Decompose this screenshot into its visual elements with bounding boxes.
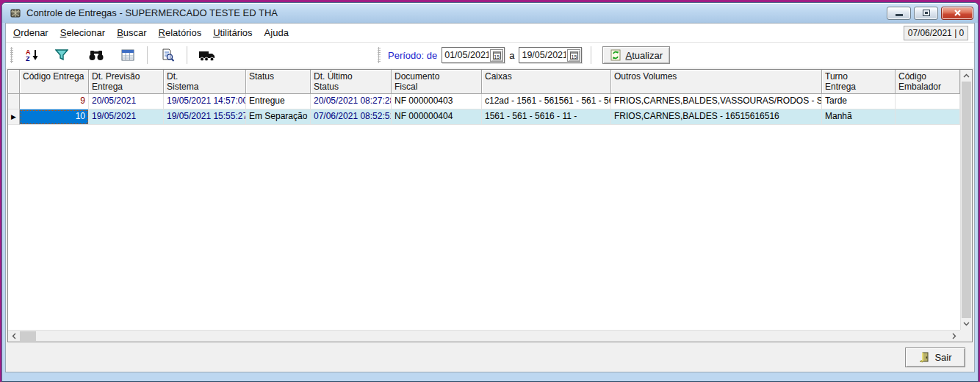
cell-sys[interactable]: 19/05/2021 14:57:00 [164, 94, 246, 109]
period-to-input[interactable] [520, 50, 567, 60]
period-to-field: 15 [519, 47, 582, 63]
deliveries-button[interactable] [196, 46, 218, 65]
close-icon [954, 9, 962, 17]
horizontal-scroll-thumb[interactable] [20, 331, 36, 341]
menu-item-ordenar[interactable]: Ordenar [7, 24, 54, 41]
menu-item-ajuda[interactable]: Ajuda [259, 24, 295, 41]
report-preview-icon [161, 48, 175, 62]
table-row[interactable]: ▶1019/05/202119/05/2021 15:55:27Em Separ… [8, 109, 960, 125]
period-label: Período: de [388, 50, 437, 61]
period-to-calendar-button[interactable]: 15 [567, 49, 580, 62]
cell-code[interactable]: 9 [20, 94, 89, 109]
report-preview-button[interactable] [156, 46, 179, 65]
filter-button[interactable] [51, 46, 73, 65]
cell-outros[interactable]: FRIOS,CARNES,BALDES,VASSOURAS/RODOS - SD… [611, 94, 822, 109]
period-between-label: a [509, 50, 514, 61]
cell-prev[interactable]: 19/05/2021 [89, 109, 164, 125]
door-icon [918, 351, 931, 364]
column-header-prev[interactable]: Dt. Previsão Entrega [89, 70, 164, 94]
grid-horizontal-scrollbar[interactable] [8, 330, 960, 342]
sort-az-icon: A Z [25, 48, 40, 62]
toolbar-gripper[interactable] [378, 47, 381, 63]
menu-item-buscar[interactable]: Buscar [111, 24, 152, 41]
menu-bar: OrdenarSelecionarBuscarRelatóriosUtilitá… [6, 24, 974, 43]
exit-button-label: Sair [934, 352, 951, 363]
columns-button[interactable] [117, 46, 139, 65]
cell-last[interactable]: 20/05/2021 08:27:28 [311, 94, 392, 109]
menu-item-utilitarios[interactable]: Utilitários [207, 24, 258, 41]
grid-header: Código EntregaDt. Previsão EntregaDt. Si… [8, 70, 960, 94]
grid-content: Código EntregaDt. Previsão EntregaDt. Si… [8, 70, 960, 330]
cell-turno[interactable]: Manhã [822, 109, 896, 125]
scroll-down-button[interactable] [961, 318, 972, 330]
window-title: Controle de Entregas - SUPERMERCADO TEST… [26, 7, 278, 18]
menu-item-relatorios[interactable]: Relatórios [153, 24, 208, 41]
find-button[interactable] [85, 46, 107, 65]
toolbar-gripper[interactable] [10, 47, 13, 63]
cell-turno[interactable]: Tarde [822, 94, 896, 109]
titlebar[interactable]: Controle de Entregas - SUPERMERCADO TEST… [2, 3, 978, 23]
cell-emb[interactable] [896, 109, 960, 125]
minimize-icon [896, 14, 903, 16]
cell-caixas[interactable]: 1561 - 561 - 5616 - 11 - [482, 109, 611, 125]
cell-status[interactable]: Entregue [246, 94, 311, 109]
client-area: OrdenarSelecionarBuscarRelatóriosUtilitá… [5, 23, 975, 372]
toolbar-separator [187, 46, 188, 64]
column-header-sys[interactable]: Dt. Sistema [164, 70, 246, 94]
cell-code[interactable]: 10 [20, 109, 89, 125]
scroll-up-button[interactable] [961, 70, 972, 82]
grid-vertical-scrollbar[interactable] [960, 70, 972, 330]
cell-caixas[interactable]: c12ad - 1561 - 561561 - 561 - 56156 - 1 [482, 94, 611, 109]
minimize-button[interactable] [887, 7, 911, 20]
calendar-icon: 15 [493, 51, 501, 60]
column-header-outros[interactable]: Outros Volumes [611, 70, 822, 94]
column-header-code[interactable]: Código Entrega [20, 70, 89, 94]
cell-doc[interactable]: NF 000000403 [392, 94, 482, 109]
cell-sys[interactable]: 19/05/2021 15:55:27 [164, 109, 246, 125]
sort-button[interactable]: A Z [21, 46, 43, 65]
scroll-right-button[interactable] [948, 331, 960, 342]
toolbar: A Z [6, 43, 974, 68]
period-from-input[interactable] [443, 50, 490, 60]
cell-status[interactable]: Em Separação [246, 109, 311, 125]
cell-emb[interactable] [896, 94, 960, 109]
refresh-button-label: Atualizar [625, 50, 663, 61]
maximize-button[interactable] [914, 7, 938, 20]
column-header-doc[interactable]: Documento Fiscal [392, 70, 482, 94]
column-header-emb[interactable]: Código Embalador [896, 70, 960, 94]
vertical-scroll-thumb[interactable] [962, 82, 971, 318]
row-indicator: ▶ [8, 109, 20, 125]
delivery-grid: Código EntregaDt. Previsão EntregaDt. Si… [7, 69, 973, 342]
scrollbar-corner [960, 330, 972, 342]
grid-icon [121, 49, 134, 61]
close-button[interactable] [941, 7, 973, 20]
column-header-turno[interactable]: Turno Entrega [822, 70, 896, 94]
filter-icon [55, 49, 68, 61]
toolbar-separator [147, 46, 148, 64]
period-from-field: 15 [442, 47, 505, 63]
status-date-panel: 07/06/2021 | 0 [904, 26, 968, 40]
column-header-selector [8, 70, 20, 94]
app-icon [10, 7, 22, 18]
cell-outros[interactable]: FRIOS,CARNES,BALDES - 16515616516 [611, 109, 822, 125]
period-from-calendar-button[interactable]: 15 [490, 49, 503, 62]
svg-text:Z: Z [26, 55, 30, 62]
chevron-right-icon [952, 333, 956, 339]
column-header-status[interactable]: Status [246, 70, 311, 94]
cell-last[interactable]: 07/06/2021 08:52:51 [311, 109, 392, 125]
cell-doc[interactable]: NF 000000404 [392, 109, 482, 125]
refresh-button[interactable]: Atualizar [602, 46, 670, 64]
footer-panel: Sair [6, 342, 974, 372]
scroll-left-button[interactable] [8, 331, 20, 342]
table-row[interactable]: 920/05/202119/05/2021 14:57:00Entregue20… [8, 94, 960, 109]
calendar-icon: 15 [570, 51, 578, 60]
menu-item-selecionar[interactable]: Selecionar [54, 24, 111, 41]
exit-button[interactable]: Sair [905, 347, 965, 367]
cell-prev[interactable]: 20/05/2021 [89, 94, 164, 109]
refresh-icon [610, 49, 621, 61]
column-header-caixas[interactable]: Caixas [482, 70, 611, 94]
toolbar-separator [591, 46, 592, 64]
chevron-down-icon [963, 322, 970, 326]
column-header-last[interactable]: Dt. Último Status [311, 70, 392, 94]
chevron-up-icon [963, 73, 970, 78]
